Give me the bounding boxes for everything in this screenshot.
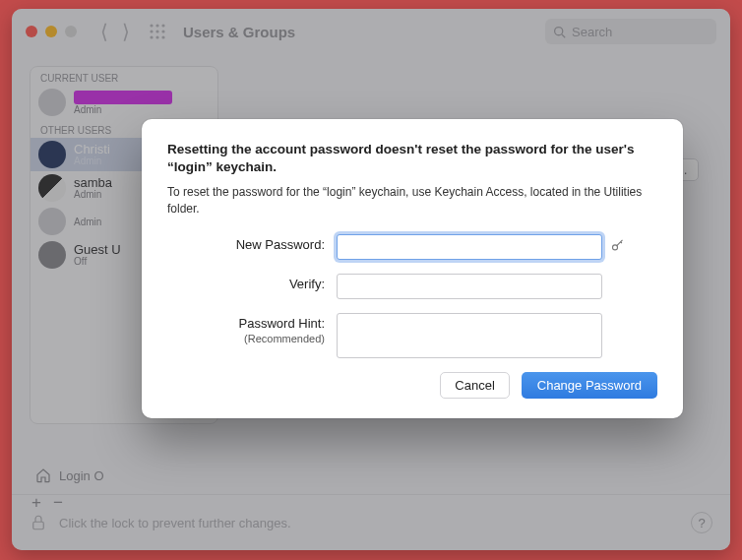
label-hint: Password Hint: (Recommended): [167, 313, 337, 345]
cancel-button[interactable]: Cancel: [440, 372, 509, 399]
verify-input[interactable]: [337, 274, 602, 299]
key-icon[interactable]: [610, 238, 625, 256]
dialog-subtext: To reset the password for the “login” ke…: [167, 184, 657, 216]
label-verify: Verify:: [167, 274, 337, 291]
label-new-password: New Password:: [167, 234, 337, 252]
dialog-heading: Resetting the account password doesn't r…: [167, 141, 657, 176]
hint-input[interactable]: [337, 313, 602, 358]
reset-password-sheet: Resetting the account password doesn't r…: [142, 119, 683, 418]
change-password-submit[interactable]: Change Password: [522, 372, 657, 399]
new-password-input[interactable]: [337, 234, 602, 260]
prefs-window: ⟨ ⟩ Users & Groups Search Current User A…: [12, 9, 730, 550]
